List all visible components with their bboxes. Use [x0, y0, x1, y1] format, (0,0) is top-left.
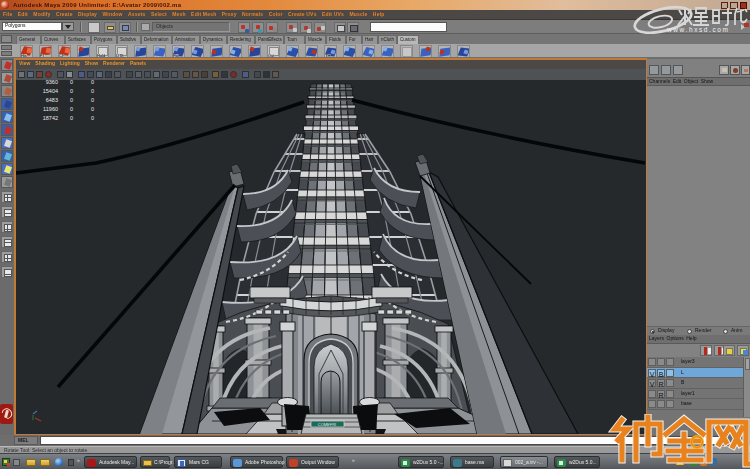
svg-text:11960: 11960 [43, 106, 58, 112]
svg-text:6483: 6483 [45, 97, 57, 103]
svg-text:0: 0 [69, 88, 72, 94]
svg-text:0: 0 [69, 79, 72, 85]
svg-text:www.hxsd.com: www.hxsd.com [666, 26, 730, 33]
svg-text:0: 0 [90, 106, 93, 112]
svg-text:0: 0 [69, 97, 72, 103]
svg-text:0: 0 [90, 79, 93, 85]
svg-text:0: 0 [69, 115, 72, 121]
svg-text:9360: 9360 [45, 79, 57, 85]
svg-text:0: 0 [90, 97, 93, 103]
svg-text:18742: 18742 [42, 115, 57, 121]
svg-text:COMEFRI: COMEFRI [317, 421, 335, 426]
svg-text:0: 0 [90, 115, 93, 121]
svg-text:15404: 15404 [42, 88, 57, 94]
svg-text:0: 0 [90, 88, 93, 94]
svg-text:0: 0 [69, 106, 72, 112]
